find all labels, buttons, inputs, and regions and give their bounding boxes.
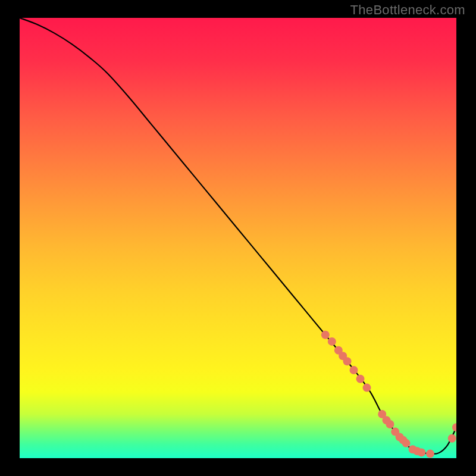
highlight-dot — [426, 450, 434, 458]
plot-area — [20, 18, 456, 458]
chart-frame: TheBottleneck.com — [0, 0, 476, 476]
highlight-dot — [343, 357, 352, 365]
highlight-dot — [402, 439, 411, 447]
highlight-dot — [321, 331, 330, 339]
highlight-dot — [356, 375, 365, 383]
highlight-dots — [321, 331, 456, 458]
curve-svg — [20, 18, 456, 458]
highlight-dot — [350, 366, 358, 374]
highlight-dot — [452, 423, 456, 431]
highlight-dot — [328, 337, 336, 346]
highlight-dot — [363, 384, 371, 392]
highlight-dot — [448, 434, 456, 443]
highlight-dot — [386, 420, 394, 428]
watermark-text: TheBottleneck.com — [350, 2, 465, 18]
curve-line — [20, 18, 456, 454]
highlight-dot — [417, 448, 425, 456]
bottleneck-curve — [20, 18, 456, 454]
